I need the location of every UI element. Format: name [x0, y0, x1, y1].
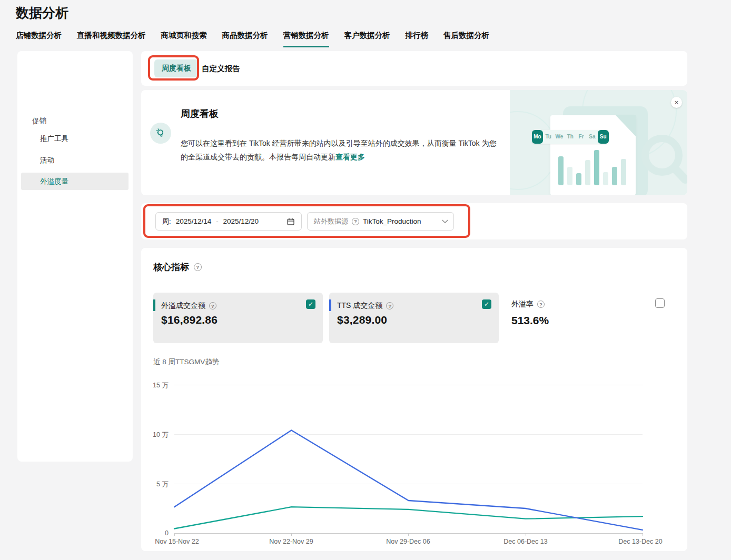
metric-value: $3,289.00	[337, 314, 387, 326]
trend-line-外溢成交金额	[174, 507, 643, 528]
core-metrics-title: 核心指标	[153, 261, 189, 273]
core-metrics-card: 核心指标 ? 外溢成交金额 ? ✓ $16,892.86 TTS 成交金额 ? …	[141, 248, 687, 551]
core-metrics-header: 核心指标 ?	[153, 261, 202, 273]
question-icon[interactable]: ?	[537, 301, 545, 308]
magnifier-icon	[637, 133, 687, 191]
metric-accent-bar	[153, 299, 155, 311]
x-axis-label: Nov 15-Nov 22	[155, 538, 199, 545]
decor-folded-corner	[616, 115, 636, 136]
tab-product-analytics[interactable]: 商品数据分析	[222, 31, 268, 47]
x-axis-label: Nov 22-Nov 29	[269, 538, 313, 545]
metric-label: 外溢率	[511, 299, 534, 309]
question-icon[interactable]: ?	[209, 302, 216, 309]
sidebar: 促销 推广工具 活动 外溢度量	[17, 51, 133, 462]
metric-checkbox-checked[interactable]: ✓	[482, 299, 491, 309]
metric-accent-bar	[329, 299, 331, 311]
y-axis-tick: 10 万	[145, 431, 169, 439]
calendar-icon[interactable]	[287, 217, 295, 226]
tab-aftersales-analytics[interactable]: 售后数据分析	[443, 31, 489, 47]
decor-bar	[567, 167, 572, 185]
weekly-dashboard-banner: 周度看板 您可以在这里看到在 TikTok 经营所带来的站内以及引导至站外的成交…	[141, 90, 687, 195]
tab-marketing-analytics[interactable]: 营销数据分析	[283, 31, 329, 47]
calendar-day-sa: Sa	[587, 130, 598, 144]
see-more-link[interactable]: 查看更多	[335, 153, 365, 161]
filter-bar-card: 周: 2025/12/14 - 2025/12/20 站外数据源 ? TikTo…	[141, 203, 687, 239]
lightbulb-icon	[150, 123, 171, 144]
report-tabs-card: 周度看板 自定义报告	[141, 51, 687, 86]
sidebar-item-campaigns[interactable]: 活动	[21, 152, 129, 169]
decor-bar	[558, 156, 564, 185]
chevron-down-icon	[442, 217, 448, 223]
decor-bar	[603, 172, 608, 185]
banner-illustration: Mo Tu We Th Fr Sa Su	[510, 90, 687, 195]
week-date-range-picker[interactable]: 周: 2025/12/14 - 2025/12/20	[155, 212, 302, 231]
date-separator: -	[216, 217, 218, 225]
sidebar-item-promotion-tools[interactable]: 推广工具	[21, 130, 129, 147]
tab-store-analytics[interactable]: 店铺数据分析	[16, 31, 62, 47]
metric-label: 外溢成交金额	[161, 301, 205, 311]
page-title: 数据分析	[16, 4, 68, 22]
analytics-page: 数据分析 店铺数据分析 直播和视频数据分析 商城页和搜索 商品数据分析 营销数据…	[0, 0, 731, 560]
x-axis-label: Dec 06-Dec 13	[503, 538, 547, 545]
x-axis-label: Nov 29-Dec 06	[386, 538, 430, 545]
metric-checkbox-unchecked[interactable]	[655, 298, 665, 308]
calendar-day-mo: Mo	[532, 130, 543, 144]
decor-bar	[594, 150, 599, 185]
banner-description: 您可以在这里看到在 TikTok 经营所带来的站内以及引导至站外的成交效果，从而…	[181, 136, 503, 164]
question-icon[interactable]: ?	[386, 302, 393, 309]
y-axis-tick: 0	[145, 529, 169, 537]
tab-custom-report[interactable]: 自定义报告	[202, 64, 240, 74]
calendar-day-we: We	[554, 130, 565, 144]
source-label: 站外数据源	[314, 217, 348, 226]
decor-bar	[612, 167, 617, 185]
y-axis-tick: 15 万	[145, 381, 169, 390]
decor-bar-chart	[558, 150, 626, 185]
metric-card-tts-gmv[interactable]: TTS 成交金额 ? ✓ $3,289.00	[329, 293, 499, 343]
tab-ranking[interactable]: 排行榜	[406, 31, 429, 47]
decor-bar	[621, 159, 626, 185]
end-date-value[interactable]: 2025/12/20	[223, 217, 259, 225]
decor-week-calendar: Mo Tu We Th Fr Sa Su	[532, 130, 609, 144]
calendar-day-fr: Fr	[576, 130, 587, 144]
offsite-data-source-select[interactable]: 站外数据源 ? TikTok_Production	[307, 212, 454, 231]
calendar-day-su: Su	[598, 130, 609, 144]
tab-mall-search[interactable]: 商城页和搜索	[161, 31, 207, 47]
metric-label: TTS 成交金额	[337, 301, 382, 311]
decor-bar	[576, 173, 581, 185]
calendar-day-th: Th	[565, 130, 576, 144]
source-value: TikTok_Production	[363, 217, 421, 225]
tab-customer-analytics[interactable]: 客户数据分析	[344, 31, 390, 47]
trend-chart-svg	[174, 377, 643, 535]
banner-title: 周度看板	[181, 107, 219, 120]
trend-chart-title: 近 8 周TTSGMV趋势	[153, 357, 219, 367]
metric-spillover-rate[interactable]: 外溢率 ? 513.6%	[511, 293, 549, 327]
metric-card-spillover-gmv[interactable]: 外溢成交金额 ? ✓ $16,892.86	[153, 293, 323, 343]
metric-value: $16,892.86	[161, 314, 218, 326]
x-axis-label: Dec 13-Dec 20	[618, 538, 662, 545]
sidebar-item-spillover-measurement[interactable]: 外溢度量	[21, 173, 129, 190]
metric-checkbox-checked[interactable]: ✓	[306, 299, 315, 309]
question-icon[interactable]: ?	[194, 263, 202, 271]
start-date-value[interactable]: 2025/12/14	[176, 217, 212, 225]
metric-value: 513.6%	[511, 314, 549, 327]
week-label: 周:	[162, 217, 171, 226]
close-icon[interactable]: ×	[671, 97, 682, 108]
tab-live-video-analytics[interactable]: 直播和视频数据分析	[77, 31, 146, 47]
tab-weekly-dashboard[interactable]: 周度看板	[154, 59, 199, 77]
decor-bar	[585, 160, 590, 185]
y-axis-tick: 5 万	[145, 480, 169, 489]
question-icon[interactable]: ?	[352, 218, 359, 225]
trend-line-TTS 成交金额	[174, 431, 643, 530]
top-tab-bar: 店铺数据分析 直播和视频数据分析 商城页和搜索 商品数据分析 营销数据分析 客户…	[16, 31, 489, 47]
sidebar-group-promotion[interactable]: 促销	[32, 116, 46, 126]
calendar-day-tu: Tu	[543, 130, 554, 144]
